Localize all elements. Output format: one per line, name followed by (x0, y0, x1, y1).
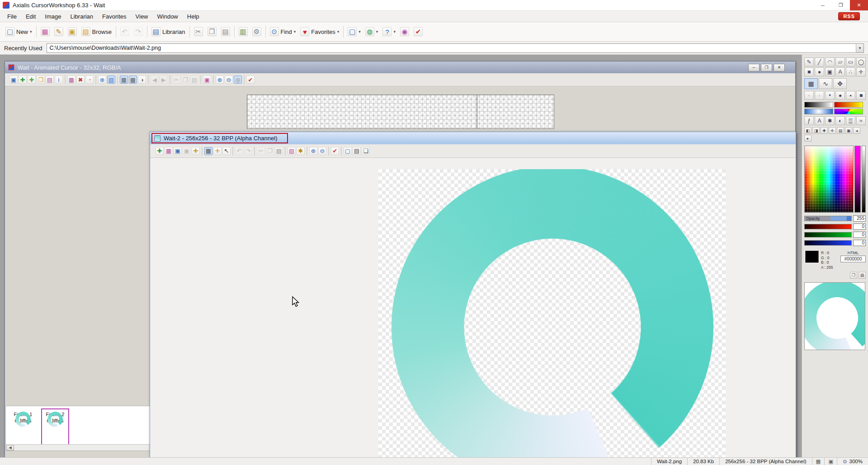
gradient-linear-tool[interactable] (804, 102, 833, 108)
combo-dropdown-icon[interactable]: ▾ (856, 44, 863, 52)
tool-fill-bucket[interactable]: ▣ (825, 67, 835, 76)
tool-filled-ellipse[interactable]: ● (815, 67, 824, 76)
sep[interactable] (234, 26, 235, 38)
sep[interactable] (148, 75, 149, 84)
sep[interactable] (254, 147, 255, 156)
channel-slider[interactable] (804, 224, 852, 229)
save-cursor-button[interactable]: ▣ (9, 75, 18, 85)
test-image-button[interactable]: ✔ (330, 146, 340, 156)
tool-select-rectangle[interactable]: ▦ (804, 78, 818, 89)
paste-button[interactable]: ▤ (219, 26, 232, 38)
sep[interactable] (147, 26, 147, 38)
menu-item[interactable]: Librarian (66, 12, 98, 21)
pointer-tool-button[interactable]: ↖ (222, 146, 231, 156)
effect-function-tool[interactable]: ƒ (804, 116, 814, 125)
screen-capture-button[interactable]: ▥ (236, 26, 250, 38)
sep[interactable] (328, 147, 329, 156)
paste-color-button[interactable]: ▤ (859, 272, 866, 279)
menu-item[interactable]: Window (153, 12, 183, 21)
options-button[interactable]: ⚙ (250, 26, 264, 38)
export-frame-button[interactable]: ▤ (45, 75, 54, 85)
color-palette-grid[interactable] (804, 146, 854, 213)
image-canvas[interactable] (378, 169, 726, 458)
select-mode-button[interactable]: ▧ (107, 75, 116, 85)
menu-item[interactable]: File (3, 12, 21, 21)
sep[interactable] (265, 26, 266, 38)
frame-color-button[interactable]: ▣ (203, 75, 212, 85)
browse-button[interactable]: ▨ Browse (79, 26, 114, 38)
frame-item[interactable]: Frame 1 6 Jiffies (9, 408, 37, 448)
new-button[interactable]: ▢ New ▾ (3, 26, 34, 38)
check-update-button[interactable]: ✔ (411, 26, 425, 38)
web-button[interactable]: ◍ ▾ (363, 26, 381, 38)
save-image-button[interactable]: ▣ (173, 146, 182, 156)
sep[interactable] (65, 75, 66, 84)
undo-button[interactable]: ↶ (235, 146, 244, 156)
help-button[interactable]: ? ▾ (380, 26, 398, 38)
zoom-in-button[interactable]: ⊕ (309, 146, 318, 156)
child-minimize-button[interactable]: ─ (748, 64, 760, 71)
frame-properties-button[interactable]: i (54, 75, 63, 85)
axialis-sphere-button[interactable]: ◉ (398, 26, 411, 38)
remove-frame-button[interactable]: ✖ (76, 75, 85, 85)
sep[interactable] (202, 147, 203, 156)
child-restore-button[interactable]: ❐ (761, 64, 772, 71)
cut-frame-button[interactable]: ✂ (172, 75, 181, 85)
redo-button[interactable]: ↷ (244, 146, 253, 156)
sep[interactable] (244, 75, 245, 84)
grayscale-column[interactable] (862, 146, 866, 213)
image-window-titlebar[interactable]: Wait-2 - 256x256 - 32 BPP (Alpha Channel… (150, 132, 796, 144)
next-palette-button[interactable]: ▸ (804, 135, 811, 142)
show-grid-button[interactable]: ▦ (119, 75, 128, 85)
current-color-swatch[interactable] (805, 251, 819, 263)
child-close-button[interactable]: ✕ (774, 64, 785, 71)
menu-item[interactable]: Edit (21, 12, 40, 21)
zoom-out-button[interactable]: ⊖ (318, 146, 327, 156)
cut-button[interactable]: ✂ (256, 146, 265, 156)
channel-slider[interactable] (804, 232, 852, 237)
favorites-button[interactable]: ♥ Favorites ▾ (298, 26, 341, 38)
pick-screen-color-button[interactable]: ✛ (829, 127, 836, 134)
redo-button[interactable]: ↷ (132, 26, 145, 38)
sep[interactable] (189, 26, 190, 38)
menu-item[interactable]: Favorites (98, 12, 131, 21)
sep[interactable] (213, 75, 214, 84)
tool-pencil[interactable]: ✎ (804, 57, 814, 66)
prev-palette-button[interactable]: ◂ (853, 127, 860, 134)
save-palette-button[interactable]: ▣ (845, 127, 852, 134)
effect-contrast-tool[interactable]: ◐ (835, 116, 845, 125)
brush-size-4[interactable]: ● (835, 91, 845, 100)
frame-filmstrip[interactable] (247, 95, 554, 129)
undo-button[interactable]: ↶ (118, 26, 132, 38)
tool-spray[interactable]: ∴ (846, 67, 855, 76)
effect-dither-tool[interactable]: ▒ (846, 116, 855, 125)
effect-smooth-tool[interactable]: ≈ (856, 116, 866, 125)
tool-move-selection[interactable]: ✥ (833, 78, 847, 89)
menu-item[interactable]: View (131, 12, 153, 21)
opacity-value[interactable]: 255 (853, 215, 866, 222)
tool-color-picker[interactable]: ✛ (856, 67, 866, 76)
sep[interactable] (95, 75, 96, 84)
tool-text[interactable]: A (835, 67, 845, 76)
print-button[interactable]: ▤ (352, 146, 361, 156)
tool-rectangle[interactable]: ▭ (846, 57, 855, 66)
sep[interactable] (343, 26, 344, 38)
add-frame-from-image-button[interactable]: ✚ (27, 75, 36, 85)
gradient-color-tool[interactable] (834, 102, 863, 108)
channel-value[interactable]: 0 (853, 223, 866, 230)
grid-toggle-button[interactable]: ▦ (204, 146, 213, 156)
status-palette-icon[interactable]: ▣ (824, 458, 837, 465)
paste-button[interactable]: ▤ (274, 146, 283, 156)
tool-line[interactable]: ╱ (815, 57, 824, 66)
copy-button[interactable]: ❐ (205, 26, 219, 38)
export-button[interactable]: ✚ (191, 146, 200, 156)
channel-value[interactable]: 0 (853, 232, 866, 238)
channel-value[interactable]: 0 (853, 240, 866, 246)
add-image-format-button[interactable]: ✚ (155, 146, 164, 156)
open-palette-button[interactable]: ▤ (837, 127, 844, 134)
add-from-file-button[interactable]: ▦ (164, 146, 173, 156)
screen-preview-button[interactable]: ▢ ▾ (345, 26, 363, 38)
status-grid-icon[interactable]: ▦ (812, 458, 825, 465)
zoom-out-button[interactable]: ⊖ (224, 75, 233, 85)
tool-curve[interactable]: ◠ (825, 57, 835, 66)
